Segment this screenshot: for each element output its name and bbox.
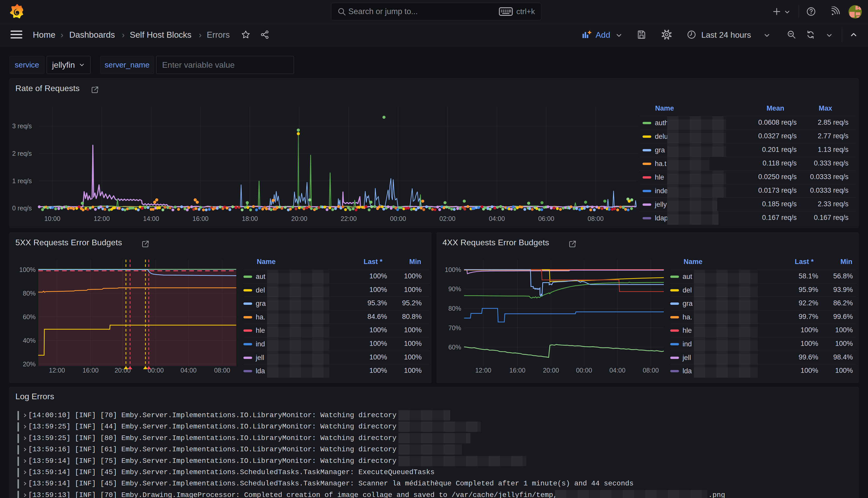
svg-text:00:00: 00:00	[576, 367, 592, 374]
svg-text:04:00: 04:00	[489, 215, 505, 222]
svg-text:60%: 60%	[23, 313, 36, 320]
svg-text:08:00: 08:00	[214, 367, 230, 374]
svg-text:14:00: 14:00	[143, 215, 159, 222]
svg-text:10:00: 10:00	[44, 215, 61, 222]
svg-text:18:00: 18:00	[242, 215, 258, 222]
svg-text:100%: 100%	[445, 266, 461, 273]
svg-text:60%: 60%	[449, 343, 461, 351]
svg-text:12:00: 12:00	[94, 215, 110, 222]
svg-text:16:00: 16:00	[192, 215, 209, 222]
svg-text:90%: 90%	[449, 285, 461, 292]
svg-text:3 req/s: 3 req/s	[12, 122, 32, 130]
svg-text:80%: 80%	[449, 305, 461, 312]
svg-text:00:00: 00:00	[148, 367, 164, 374]
svg-text:08:00: 08:00	[588, 215, 604, 222]
svg-text:40%: 40%	[23, 337, 36, 344]
svg-text:00:00: 00:00	[390, 215, 406, 222]
svg-text:70%: 70%	[449, 324, 461, 331]
svg-text:06:00: 06:00	[538, 215, 554, 222]
svg-text:16:00: 16:00	[83, 367, 99, 374]
svg-text:04:00: 04:00	[181, 367, 197, 374]
svg-text:20:00: 20:00	[291, 215, 308, 222]
svg-text:22:00: 22:00	[340, 215, 357, 222]
svg-text:20%: 20%	[23, 361, 36, 368]
svg-text:16:00: 16:00	[509, 367, 525, 374]
svg-text:08:00: 08:00	[643, 367, 659, 374]
svg-text:12:00: 12:00	[475, 367, 492, 374]
svg-text:02:00: 02:00	[439, 215, 456, 222]
svg-text:100%: 100%	[19, 266, 36, 273]
svg-text:2 req/s: 2 req/s	[12, 150, 32, 157]
svg-text:20:00: 20:00	[543, 367, 559, 374]
svg-text:04:00: 04:00	[610, 367, 626, 374]
svg-text:1 req/s: 1 req/s	[12, 177, 32, 184]
svg-text:0 req/s: 0 req/s	[12, 205, 32, 212]
svg-text:80%: 80%	[23, 290, 36, 297]
svg-text:12:00: 12:00	[49, 367, 65, 374]
svg-text:20:00: 20:00	[115, 367, 131, 374]
